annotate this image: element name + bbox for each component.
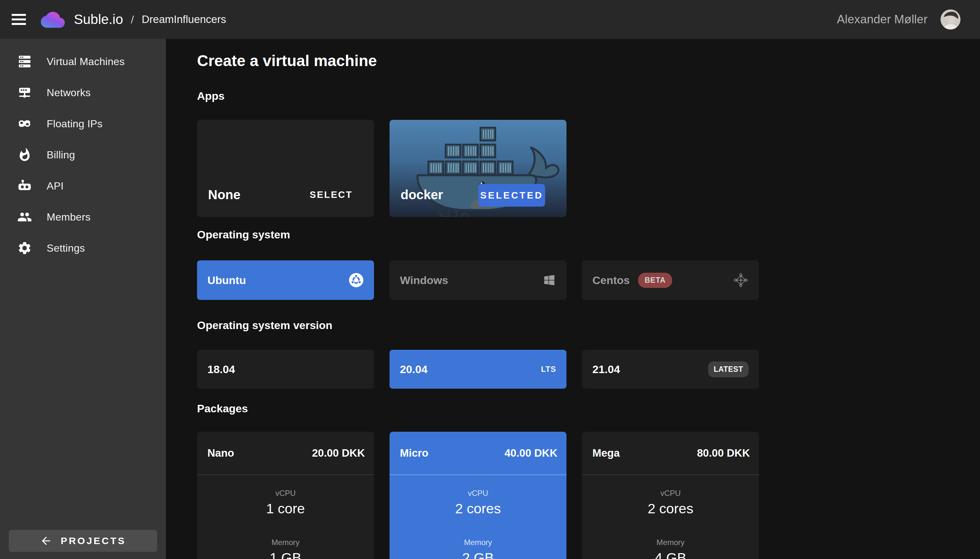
spec-label: vCPU: [390, 489, 567, 498]
version-card-1804[interactable]: 18.04: [197, 350, 374, 389]
sidebar-item-virtual-machines[interactable]: Virtual Machines: [0, 46, 166, 77]
sidebar-item-label: Networks: [46, 87, 91, 99]
page-title: Create a virtual machine: [197, 52, 980, 70]
beta-badge: BETA: [638, 273, 672, 288]
spec-label: Memory: [390, 538, 567, 547]
divider: [390, 475, 567, 475]
sidebar-item-label: Settings: [46, 242, 85, 254]
app-card-docker[interactable]: docker SELECTED: [390, 120, 567, 217]
sidebar-nav: Virtual Machines Networks Floating IPs: [0, 39, 166, 559]
app-card-name: None: [208, 187, 240, 202]
lts-tag: LTS: [541, 365, 556, 374]
spec-label: Memory: [582, 538, 759, 547]
api-robot-icon: [17, 178, 32, 194]
version-card-2104[interactable]: 21.04 LATEST: [582, 350, 759, 389]
settings-gear-icon: [17, 240, 32, 256]
sidebar-item-floating-ips[interactable]: Floating IPs: [0, 108, 166, 139]
user-avatar[interactable]: [940, 9, 960, 30]
sidebar-item-label: Virtual Machines: [46, 56, 125, 68]
sidebar-item-label: Members: [46, 211, 90, 223]
latest-badge: LATEST: [708, 361, 749, 377]
network-router-icon: [17, 85, 32, 101]
centos-icon: [733, 272, 749, 288]
divider: [197, 475, 374, 475]
version-name: 21.04: [592, 363, 620, 376]
os-card-windows[interactable]: Windows: [390, 260, 567, 300]
selected-button[interactable]: SELECTED: [478, 184, 545, 207]
sidebar-item-networks[interactable]: Networks: [0, 77, 166, 108]
billing-flame-icon: [17, 147, 32, 162]
app-card-none[interactable]: None SELECT: [197, 120, 374, 217]
spec-value: 2 cores: [582, 500, 759, 516]
sidebar-item-label: Floating IPs: [46, 118, 103, 130]
spec-value: 2 GB: [390, 550, 567, 559]
breadcrumb-separator: /: [131, 13, 134, 26]
package-name: Micro: [400, 447, 428, 459]
version-card-2004[interactable]: 20.04 LTS: [390, 350, 567, 389]
sidebar-item-settings[interactable]: Settings: [0, 233, 166, 264]
cloud-logo: [41, 10, 65, 29]
package-price: 40.00 DKK: [504, 447, 557, 459]
brand-name: Suble.io: [74, 12, 123, 27]
brand[interactable]: Suble.io: [41, 10, 123, 29]
spec-value: 2 cores: [390, 500, 567, 516]
app-card-name: docker: [401, 187, 443, 202]
hamburger-menu-icon[interactable]: [12, 14, 26, 25]
os-card-name: Centos: [592, 274, 630, 287]
select-button[interactable]: SELECT: [310, 189, 353, 200]
sidebar-item-label: Billing: [46, 149, 75, 161]
os-card-name: Windows: [400, 274, 448, 287]
floating-ips-icon: [17, 116, 32, 131]
members-icon: [17, 209, 32, 225]
projects-button-label: PROJECTS: [61, 535, 126, 546]
os-card-name: Ubuntu: [207, 274, 246, 287]
spec-label: Memory: [197, 538, 374, 547]
spec-label: vCPU: [197, 489, 374, 498]
package-card-micro[interactable]: Micro 40.00 DKK vCPU 2 cores Memory 2 GB: [390, 432, 567, 559]
windows-icon: [542, 273, 556, 287]
arrow-left-icon: [40, 535, 52, 547]
spec-label: vCPU: [582, 489, 759, 498]
breadcrumb-project: DreamInfluencers: [142, 13, 226, 26]
main-content: Create a virtual machine Apps None SELEC…: [166, 39, 980, 559]
packages-section-label: Packages: [197, 403, 980, 414]
divider: [582, 475, 759, 475]
package-name: Nano: [207, 447, 234, 459]
spec-value: 1 core: [197, 500, 374, 516]
spec-value: 4 GB: [582, 550, 759, 559]
spec-value: 1 GB: [197, 550, 374, 559]
servers-icon: [17, 54, 32, 69]
ubuntu-icon: [349, 273, 364, 288]
package-price: 80.00 DKK: [697, 447, 750, 459]
top-app-bar: Suble.io / DreamInfluencers Alexander Mø…: [0, 0, 980, 39]
sidebar-item-api[interactable]: API: [0, 170, 166, 202]
os-section-label: Operating system: [197, 229, 980, 240]
version-name: 20.04: [400, 363, 428, 376]
os-card-ubuntu[interactable]: Ubuntu: [197, 260, 374, 300]
package-price: 20.00 DKK: [312, 447, 365, 459]
package-card-mega[interactable]: Mega 80.00 DKK vCPU 2 cores Memory 4 GB: [582, 432, 759, 559]
sidebar-item-label: API: [46, 180, 63, 192]
package-name: Mega: [592, 447, 620, 459]
projects-back-button[interactable]: PROJECTS: [9, 530, 157, 552]
package-card-nano[interactable]: Nano 20.00 DKK vCPU 1 core Memory 1 GB: [197, 432, 374, 559]
sidebar-item-members[interactable]: Members: [0, 202, 166, 233]
apps-section-label: Apps: [197, 90, 980, 102]
version-name: 18.04: [207, 363, 235, 376]
user-name: Alexander Møller: [837, 13, 927, 26]
sidebar-item-billing[interactable]: Billing: [0, 139, 166, 170]
os-card-centos[interactable]: Centos BETA: [582, 260, 759, 300]
os-version-section-label: Operating system version: [197, 319, 980, 331]
